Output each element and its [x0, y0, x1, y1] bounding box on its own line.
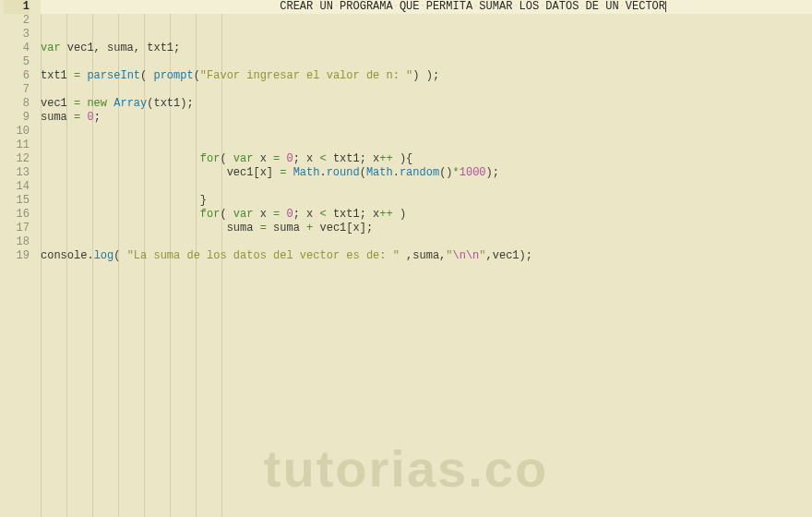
token-punc: . — [87, 249, 93, 262]
code-line[interactable]: vec1 = new Array(txt1); — [41, 97, 812, 111]
line-number: 14 — [4, 180, 30, 194]
token-func: parseInt — [87, 69, 140, 82]
token-punc: ); — [486, 166, 499, 179]
token-dot: · — [512, 0, 519, 13]
token-kw: for — [200, 152, 221, 165]
token-header: QUE — [400, 0, 420, 13]
code-line[interactable] — [41, 125, 812, 138]
token-punc: ( — [140, 69, 153, 82]
token-id: x — [253, 208, 273, 221]
token-id: console — [41, 249, 87, 262]
token-dot: · — [393, 0, 400, 13]
token-id: ,suma, — [400, 249, 446, 262]
token-op: < — [319, 152, 326, 165]
token-punc: . — [393, 166, 400, 179]
line-number: 18 — [4, 235, 30, 249]
token-id: ; x — [293, 208, 320, 221]
code-line[interactable]: CREAR·UN·PROGRAMA·QUE·PERMITA·SUMAR·LOS·… — [41, 0, 812, 14]
token-id: x — [253, 152, 273, 165]
token-punc: ) — [393, 208, 406, 221]
code-editor[interactable]: 12345678910111213141516171819 CREAR·UN·P… — [0, 0, 812, 517]
token-kw: new — [87, 97, 107, 110]
line-number: 4 — [4, 42, 30, 55]
line-number: 2 — [4, 14, 30, 28]
token-num: 0 — [87, 111, 93, 124]
line-number: 15 — [4, 194, 30, 208]
token-func: prompt — [153, 69, 193, 82]
token-op: ++ — [379, 208, 392, 221]
token-dot: · — [333, 0, 340, 13]
text-cursor — [665, 1, 666, 12]
token-header: UN — [605, 0, 618, 13]
token-id: ; x — [293, 152, 320, 165]
token-num: 1000 — [460, 166, 486, 179]
token-id: txt1; x — [327, 208, 380, 221]
code-line[interactable] — [41, 28, 812, 42]
token-kw: for — [200, 208, 221, 221]
code-area[interactable]: CREAR·UN·PROGRAMA·QUE·PERMITA·SUMAR·LOS·… — [37, 0, 812, 517]
token-str: " — [446, 249, 452, 262]
token-header: UN — [319, 0, 332, 13]
line-number: 1 — [4, 0, 30, 14]
token-num: 0 — [286, 152, 293, 165]
code-line[interactable]: suma = suma + vec1[x]; — [41, 222, 812, 235]
code-line[interactable]: vec1[x] = Math.round(Math.random()*1000)… — [41, 166, 812, 180]
token-header: DE — [586, 0, 599, 13]
code-line[interactable] — [41, 83, 812, 97]
code-line[interactable]: console.log( "La suma de los datos del v… — [41, 249, 812, 263]
code-line[interactable]: for( var x = 0; x < txt1; x++ ) — [41, 208, 812, 222]
code-line[interactable] — [41, 55, 812, 69]
line-number: 11 — [4, 138, 30, 152]
line-number-gutter: 12345678910111213141516171819 — [0, 0, 37, 517]
line-number: 13 — [4, 166, 30, 180]
token-id — [286, 166, 293, 179]
token-header: SUMAR — [479, 0, 512, 13]
token-op: = — [260, 222, 267, 234]
line-number: 16 — [4, 208, 30, 222]
token-header: DATOS — [545, 0, 579, 13]
code-line[interactable] — [41, 14, 812, 28]
token-punc: ( — [113, 249, 126, 262]
token-punc: ) ); — [412, 69, 439, 82]
token-punc: ){ — [393, 152, 413, 165]
code-line[interactable]: } — [41, 194, 812, 208]
token-header: LOS — [519, 0, 540, 13]
token-str: "La suma de los datos del vector es de: … — [127, 249, 400, 262]
token-id: suma — [267, 222, 306, 234]
token-str: " — [479, 249, 485, 262]
line-number: 6 — [4, 69, 30, 83]
token-punc: . — [319, 166, 326, 179]
code-line[interactable]: txt1 = parseInt( prompt("Favor ingresar … — [41, 69, 812, 83]
line-number: 5 — [4, 55, 30, 69]
line-number: 3 — [4, 28, 30, 42]
token-func: round — [327, 166, 360, 179]
line-number: 9 — [4, 111, 30, 125]
token-punc: ( — [220, 152, 233, 165]
token-esc: \n\n — [453, 249, 480, 262]
token-id: vec1 — [41, 97, 74, 110]
token-id: vec1[x]; — [313, 222, 373, 234]
token-op: ++ — [379, 152, 392, 165]
token-id: txt1 — [41, 69, 74, 82]
token-header: PROGRAMA — [340, 0, 393, 13]
token-kw: var — [233, 152, 254, 165]
line-number: 10 — [4, 125, 30, 138]
code-line[interactable]: for( var x = 0; x < txt1; x++ ){ — [41, 152, 812, 166]
token-kw: var — [41, 42, 61, 54]
token-dot: · — [579, 0, 585, 13]
token-id: vec1[x] — [227, 166, 281, 179]
code-line[interactable]: suma = 0; — [41, 111, 812, 125]
token-id: suma — [227, 222, 260, 234]
code-line[interactable] — [41, 235, 812, 249]
code-line[interactable] — [41, 180, 812, 194]
token-dot: · — [420, 0, 426, 13]
code-line[interactable] — [41, 138, 812, 152]
code-line[interactable]: var vec1, suma, txt1; — [41, 42, 812, 55]
token-id: suma — [41, 111, 74, 124]
token-dot: · — [619, 0, 626, 13]
token-id: vec1, suma, txt1; — [61, 42, 181, 54]
token-punc: ; — [94, 111, 101, 124]
line-number: 8 — [4, 97, 30, 111]
line-number: 17 — [4, 222, 30, 235]
token-punc: () — [439, 166, 452, 179]
